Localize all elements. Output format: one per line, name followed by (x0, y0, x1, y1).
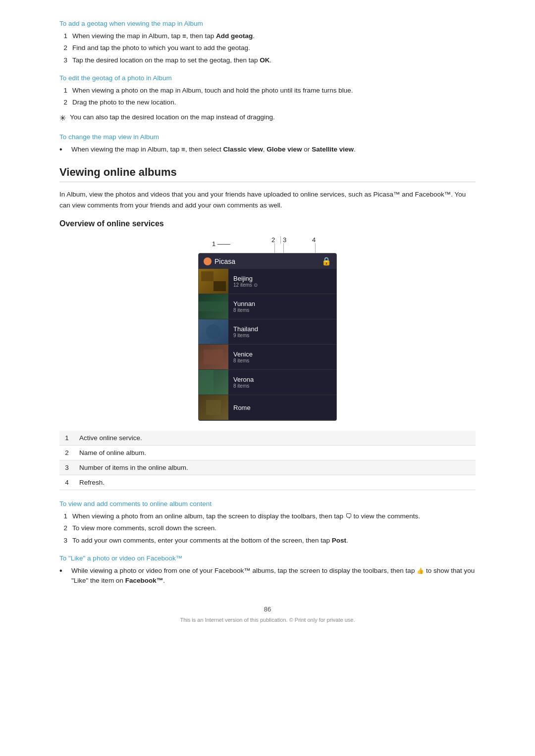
album-item-verona: Verona 8 items (199, 370, 336, 395)
album-info: Thailand 9 items (228, 322, 263, 341)
thumb-svg (199, 395, 228, 420)
step-text: Tap the desired location on the map to s… (72, 55, 271, 65)
lock-icon: 🔒 (321, 256, 331, 266)
album-info: Beijing 12 items ⊙ (228, 272, 263, 291)
callout-2-line (274, 243, 275, 253)
view-add-comments-steps: 1 When viewing a photo from an online al… (59, 511, 476, 546)
album-info: Rome (228, 401, 256, 414)
device-area: 1 —— 2 3 4 Picasa 🔒 (59, 235, 476, 421)
step-text: When viewing a photo on the map in Album… (72, 86, 353, 96)
callout-numbers-row: 1 —— 2 3 4 (198, 235, 337, 253)
step-text: To view more comments, scroll down the s… (72, 523, 216, 533)
album-thumb (199, 294, 228, 319)
svg-rect-10 (199, 370, 214, 395)
step-number: 2 (59, 523, 67, 533)
edit-geotag-heading: To edit the geotag of a photo in Album (59, 74, 476, 82)
legend-num: 2 (59, 446, 74, 460)
step-number: 1 (59, 511, 67, 521)
list-item: 1 When viewing a photo from an online al… (59, 511, 476, 521)
legend-num: 4 (59, 475, 74, 490)
phone-header: Picasa 🔒 (199, 253, 336, 269)
view-add-comments-section: To view and add comments to online album… (59, 500, 476, 546)
tip-line: ✳ You can also tap the desired location … (59, 112, 476, 124)
step-text: To add your own comments, enter your com… (72, 536, 348, 546)
change-map-view-bullet: • When viewing the map in Album, tap ≡, … (59, 145, 476, 155)
phone-header-title: Picasa (214, 257, 235, 265)
footer-legal: This is an Internet version of this publ… (59, 617, 476, 623)
bullet-text: When viewing the map in Album, tap ≡, th… (71, 145, 356, 155)
add-geotag-section: To add a geotag when viewing the map in … (59, 20, 476, 65)
edit-geotag-section: To edit the geotag of a photo in Album 1… (59, 74, 476, 125)
change-map-view-heading: To change the map view in Album (59, 133, 476, 141)
callout-3: 3 (280, 236, 286, 244)
step-text: When viewing a photo from an online albu… (72, 511, 420, 521)
legend-text: Number of items in the online album. (74, 460, 476, 475)
thumb-svg (199, 294, 228, 319)
thumb-svg (199, 345, 228, 369)
svg-rect-8 (204, 350, 223, 364)
change-map-view-section: To change the map view in Album • When v… (59, 133, 476, 155)
thumb-svg (199, 319, 228, 344)
album-info: Venice 8 items (228, 348, 258, 366)
album-name: Rome (233, 404, 251, 411)
legend-text: Active online service. (74, 431, 476, 446)
svg-rect-2 (214, 281, 226, 291)
step-text: Find and tap the photo to which you want… (72, 43, 250, 53)
edit-geotag-steps: 1 When viewing a photo on the map in Alb… (59, 86, 476, 108)
svg-rect-1 (201, 271, 214, 281)
list-item: 1 When viewing a photo on the map in Alb… (59, 86, 476, 96)
like-facebook-section: To "Like" a photo or video on Facebook™ … (59, 554, 476, 586)
step-number: 2 (59, 98, 67, 107)
step-number: 2 (59, 43, 67, 53)
album-count: 12 items ⊙ (233, 282, 258, 288)
album-item-yunnan: Yunnan 8 items (199, 294, 336, 319)
thumb-svg (199, 269, 228, 294)
album-thumb (199, 395, 228, 420)
legend-row-3: 3 Number of items in the online album. (59, 460, 476, 475)
phone-header-left: Picasa (204, 257, 235, 265)
like-facebook-heading: To "Like" a photo or video on Facebook™ (59, 554, 476, 562)
album-name: Verona (233, 376, 254, 383)
album-item-thailand: Thailand 9 items (199, 319, 336, 345)
step-number: 3 (59, 55, 67, 65)
album-item-venice: Venice 8 items (199, 345, 336, 370)
main-heading-viewing-online: Viewing online albums (59, 166, 476, 182)
album-count: 9 items (233, 333, 258, 338)
svg-rect-4 (199, 302, 228, 311)
step-number: 3 (59, 536, 67, 546)
album-info: Verona 8 items (228, 373, 259, 392)
legend-num: 1 (59, 431, 74, 446)
add-geotag-steps: 1 When viewing the map in Album, tap ≡, … (59, 31, 476, 65)
tip-text: You can also tap the desired location on… (70, 112, 275, 122)
callout-4: 4 (312, 236, 316, 244)
step-text: Drag the photo to the new location. (72, 98, 176, 107)
album-name: Yunnan (233, 300, 255, 307)
sub-heading-overview: Overview of online services (59, 219, 476, 228)
list-item: • When viewing the map in Album, tap ≡, … (59, 145, 476, 155)
bullet-symbol: • (59, 566, 66, 586)
album-name: Beijing (233, 275, 258, 282)
tip-icon: ✳ (59, 112, 66, 124)
bullet-text: While viewing a photo or video from one … (71, 566, 476, 586)
album-item-rome: Rome (199, 395, 336, 420)
list-item: 2 Drag the photo to the new location. (59, 98, 476, 107)
album-count: 8 items (233, 383, 254, 389)
album-info: Yunnan 8 items (228, 297, 260, 316)
legend-row-1: 1 Active online service. (59, 431, 476, 446)
legend-num: 3 (59, 460, 74, 475)
album-count: 8 items (233, 358, 253, 363)
album-item-beijing: Beijing 12 items ⊙ (199, 269, 336, 294)
album-thumb (199, 370, 228, 395)
device-frame: 1 —— 2 3 4 Picasa 🔒 (198, 235, 337, 421)
view-add-comments-heading: To view and add comments to online album… (59, 500, 476, 507)
album-thumb (199, 345, 228, 369)
thumb-svg (199, 370, 228, 395)
phone-screen: Picasa 🔒 Beijing 12 items ⊙ (198, 253, 337, 421)
album-thumb (199, 269, 228, 294)
page-number: 86 (264, 605, 271, 613)
list-item: 3 Tap the desired location on the map to… (59, 55, 476, 65)
list-item: 3 To add your own comments, enter your c… (59, 536, 476, 546)
add-geotag-heading: To add a geotag when viewing the map in … (59, 20, 476, 27)
step-number: 1 (59, 86, 67, 96)
legend-text: Refresh. (74, 475, 476, 490)
